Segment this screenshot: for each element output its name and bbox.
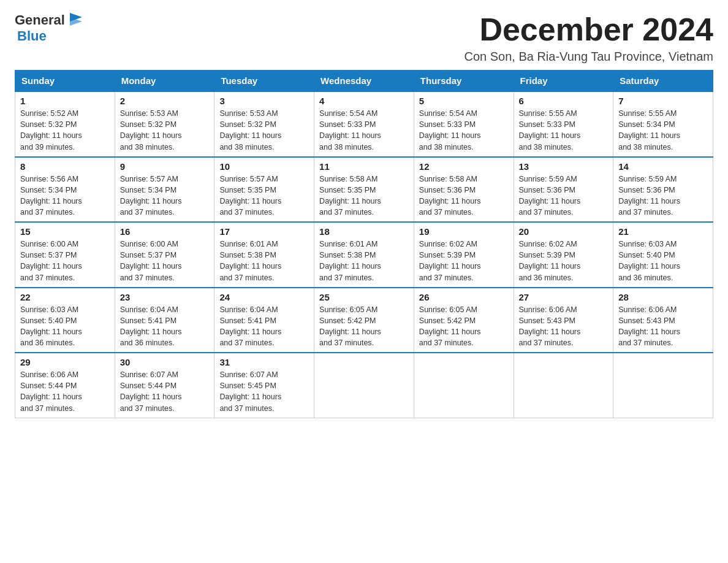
logo-flag-icon (67, 10, 85, 28)
day-info: Sunrise: 6:03 AMSunset: 5:40 PMDaylight:… (20, 304, 110, 349)
day-number: 30 (120, 357, 210, 367)
week-row-4: 22 Sunrise: 6:03 AMSunset: 5:40 PMDaylig… (15, 288, 713, 353)
day-cell-24: 24 Sunrise: 6:04 AMSunset: 5:41 PMDaylig… (214, 288, 314, 353)
day-cell-8: 8 Sunrise: 5:56 AMSunset: 5:34 PMDayligh… (15, 157, 115, 223)
empty-cell-w4-d6 (613, 353, 713, 418)
week-row-5: 29 Sunrise: 6:06 AMSunset: 5:44 PMDaylig… (15, 353, 713, 418)
week-row-3: 15 Sunrise: 6:00 AMSunset: 5:37 PMDaylig… (15, 222, 713, 288)
day-number: 23 (120, 292, 210, 302)
day-cell-20: 20 Sunrise: 6:02 AMSunset: 5:39 PMDaylig… (514, 222, 613, 288)
day-info: Sunrise: 6:07 AMSunset: 5:45 PMDaylight:… (219, 369, 309, 414)
weekday-header-sunday: Sunday (15, 71, 115, 92)
day-cell-17: 17 Sunrise: 6:01 AMSunset: 5:38 PMDaylig… (214, 222, 314, 288)
day-cell-21: 21 Sunrise: 6:03 AMSunset: 5:40 PMDaylig… (613, 222, 713, 288)
day-number: 6 (519, 96, 609, 106)
day-info: Sunrise: 5:58 AMSunset: 5:36 PMDaylight:… (419, 174, 509, 218)
day-number: 28 (618, 292, 708, 302)
day-number: 5 (419, 96, 509, 106)
day-number: 25 (319, 292, 409, 302)
day-info: Sunrise: 6:05 AMSunset: 5:42 PMDaylight:… (319, 304, 409, 349)
day-number: 9 (120, 161, 210, 172)
logo: General Blue (15, 12, 85, 44)
weekday-header-row: SundayMondayTuesdayWednesdayThursdayFrid… (15, 71, 713, 92)
day-cell-15: 15 Sunrise: 6:00 AMSunset: 5:37 PMDaylig… (15, 222, 115, 288)
day-number: 18 (319, 226, 409, 237)
weekday-header-thursday: Thursday (414, 71, 514, 92)
weekday-header-saturday: Saturday (613, 71, 713, 92)
day-info: Sunrise: 5:56 AMSunset: 5:34 PMDaylight:… (20, 174, 110, 218)
day-number: 11 (319, 161, 409, 172)
day-number: 16 (120, 226, 210, 237)
empty-cell-w4-d5 (514, 353, 613, 418)
day-cell-10: 10 Sunrise: 5:57 AMSunset: 5:35 PMDaylig… (214, 157, 314, 223)
day-cell-23: 23 Sunrise: 6:04 AMSunset: 5:41 PMDaylig… (115, 288, 214, 353)
weekday-header-monday: Monday (115, 71, 214, 92)
day-cell-22: 22 Sunrise: 6:03 AMSunset: 5:40 PMDaylig… (15, 288, 115, 353)
day-info: Sunrise: 5:57 AMSunset: 5:34 PMDaylight:… (120, 174, 210, 218)
calendar-title-block: December 2024 Con Son, Ba Ria-Vung Tau P… (464, 12, 713, 64)
day-info: Sunrise: 6:07 AMSunset: 5:44 PMDaylight:… (120, 369, 210, 414)
day-number: 15 (20, 226, 110, 237)
weekday-header-friday: Friday (514, 71, 613, 92)
day-info: Sunrise: 5:54 AMSunset: 5:33 PMDaylight:… (319, 108, 409, 153)
day-number: 21 (618, 226, 708, 237)
day-cell-5: 5 Sunrise: 5:54 AMSunset: 5:33 PMDayligh… (414, 91, 514, 157)
day-cell-29: 29 Sunrise: 6:06 AMSunset: 5:44 PMDaylig… (15, 353, 115, 418)
day-cell-30: 30 Sunrise: 6:07 AMSunset: 5:44 PMDaylig… (115, 353, 214, 418)
day-cell-25: 25 Sunrise: 6:05 AMSunset: 5:42 PMDaylig… (314, 288, 414, 353)
day-number: 26 (419, 292, 509, 302)
day-number: 12 (419, 161, 509, 172)
day-cell-28: 28 Sunrise: 6:06 AMSunset: 5:43 PMDaylig… (613, 288, 713, 353)
day-cell-1: 1 Sunrise: 5:52 AMSunset: 5:32 PMDayligh… (15, 91, 115, 157)
day-info: Sunrise: 5:58 AMSunset: 5:35 PMDaylight:… (319, 174, 409, 218)
day-info: Sunrise: 5:52 AMSunset: 5:32 PMDaylight:… (20, 108, 110, 153)
day-info: Sunrise: 6:04 AMSunset: 5:41 PMDaylight:… (120, 304, 210, 349)
day-cell-26: 26 Sunrise: 6:05 AMSunset: 5:42 PMDaylig… (414, 288, 514, 353)
day-number: 2 (120, 96, 210, 106)
day-info: Sunrise: 6:06 AMSunset: 5:43 PMDaylight:… (618, 304, 708, 349)
weekday-header-tuesday: Tuesday (214, 71, 314, 92)
day-info: Sunrise: 6:04 AMSunset: 5:41 PMDaylight:… (219, 304, 309, 349)
day-info: Sunrise: 6:06 AMSunset: 5:44 PMDaylight:… (20, 369, 110, 414)
day-number: 22 (20, 292, 110, 302)
day-cell-18: 18 Sunrise: 6:01 AMSunset: 5:38 PMDaylig… (314, 222, 414, 288)
day-cell-3: 3 Sunrise: 5:53 AMSunset: 5:32 PMDayligh… (214, 91, 314, 157)
calendar-table: SundayMondayTuesdayWednesdayThursdayFrid… (15, 70, 713, 418)
day-cell-12: 12 Sunrise: 5:58 AMSunset: 5:36 PMDaylig… (414, 157, 514, 223)
day-cell-14: 14 Sunrise: 5:59 AMSunset: 5:36 PMDaylig… (613, 157, 713, 223)
day-info: Sunrise: 6:02 AMSunset: 5:39 PMDaylight:… (419, 239, 509, 283)
day-cell-16: 16 Sunrise: 6:00 AMSunset: 5:37 PMDaylig… (115, 222, 214, 288)
day-info: Sunrise: 5:53 AMSunset: 5:32 PMDaylight:… (219, 108, 309, 153)
logo-general-text: General (15, 12, 65, 28)
day-number: 29 (20, 357, 110, 367)
day-info: Sunrise: 6:01 AMSunset: 5:38 PMDaylight:… (319, 239, 409, 283)
day-info: Sunrise: 5:55 AMSunset: 5:33 PMDaylight:… (519, 108, 609, 153)
day-info: Sunrise: 5:59 AMSunset: 5:36 PMDaylight:… (618, 174, 708, 218)
day-info: Sunrise: 6:03 AMSunset: 5:40 PMDaylight:… (618, 239, 708, 283)
week-row-2: 8 Sunrise: 5:56 AMSunset: 5:34 PMDayligh… (15, 157, 713, 223)
day-number: 13 (519, 161, 609, 172)
day-cell-9: 9 Sunrise: 5:57 AMSunset: 5:34 PMDayligh… (115, 157, 214, 223)
day-cell-2: 2 Sunrise: 5:53 AMSunset: 5:32 PMDayligh… (115, 91, 214, 157)
day-info: Sunrise: 6:00 AMSunset: 5:37 PMDaylight:… (120, 239, 210, 283)
day-cell-31: 31 Sunrise: 6:07 AMSunset: 5:45 PMDaylig… (214, 353, 314, 418)
empty-cell-w4-d4 (414, 353, 514, 418)
day-number: 10 (219, 161, 309, 172)
day-number: 3 (219, 96, 309, 106)
day-number: 8 (20, 161, 110, 172)
day-number: 27 (519, 292, 609, 302)
day-info: Sunrise: 5:57 AMSunset: 5:35 PMDaylight:… (219, 174, 309, 218)
day-info: Sunrise: 5:55 AMSunset: 5:34 PMDaylight:… (618, 108, 708, 153)
week-row-1: 1 Sunrise: 5:52 AMSunset: 5:32 PMDayligh… (15, 91, 713, 157)
logo-blue-text: Blue (17, 28, 47, 44)
day-cell-11: 11 Sunrise: 5:58 AMSunset: 5:35 PMDaylig… (314, 157, 414, 223)
day-number: 19 (419, 226, 509, 237)
day-cell-7: 7 Sunrise: 5:55 AMSunset: 5:34 PMDayligh… (613, 91, 713, 157)
day-cell-19: 19 Sunrise: 6:02 AMSunset: 5:39 PMDaylig… (414, 222, 514, 288)
day-number: 24 (219, 292, 309, 302)
day-info: Sunrise: 5:53 AMSunset: 5:32 PMDaylight:… (120, 108, 210, 153)
day-info: Sunrise: 5:54 AMSunset: 5:33 PMDaylight:… (419, 108, 509, 153)
empty-cell-w4-d3 (314, 353, 414, 418)
day-cell-13: 13 Sunrise: 5:59 AMSunset: 5:36 PMDaylig… (514, 157, 613, 223)
calendar-subtitle: Con Son, Ba Ria-Vung Tau Province, Vietn… (464, 50, 713, 64)
